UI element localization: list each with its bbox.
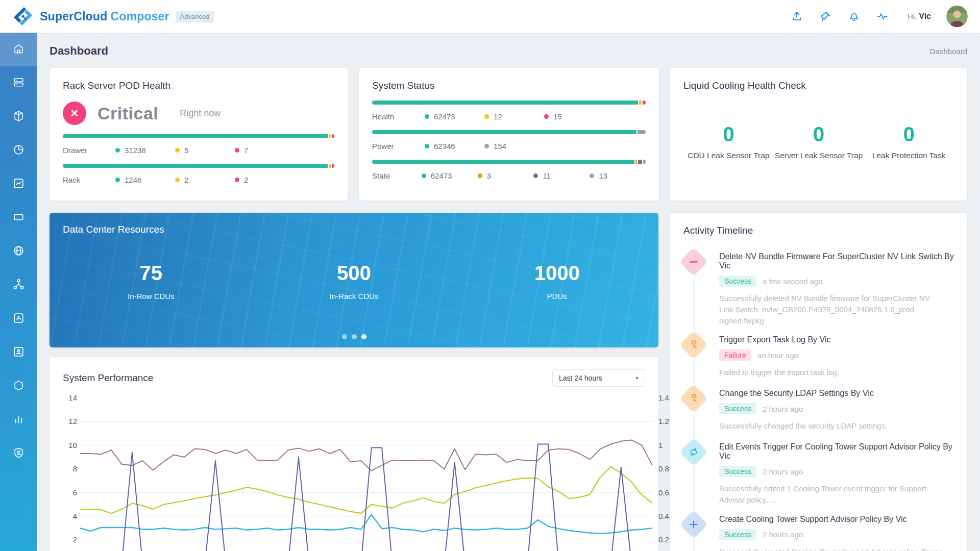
sidebar-item-servers[interactable] xyxy=(0,66,37,100)
summary-row: Rack Server POD Health ✕ Critical Right … xyxy=(50,68,967,201)
crit-count: 2 xyxy=(235,176,295,184)
event-description: Failed to trigger the export task log. xyxy=(719,367,944,378)
count: 11 xyxy=(533,171,590,180)
green-dot xyxy=(422,173,426,178)
performance-chart-svg xyxy=(80,398,652,551)
power-bar xyxy=(372,130,646,134)
yellow-dot xyxy=(175,148,180,153)
sidebar-item-chassis[interactable] xyxy=(0,100,37,134)
left-axis-tick: 10 xyxy=(68,441,77,449)
gray-dot xyxy=(590,173,594,178)
performance-title: System Performance xyxy=(63,372,153,384)
ok-count: 31238 xyxy=(115,146,175,155)
pod-health-title: Rack Server POD Health xyxy=(63,80,334,91)
top-header: SuperCloudComposer Advanced Hi,Vic xyxy=(0,0,980,33)
event-time: a few second ago xyxy=(763,277,823,286)
lower-row: Data Center Resources 75 In-Row CDUs 500… xyxy=(50,213,967,551)
sidebar-item-monitoring[interactable] xyxy=(0,167,37,201)
brand-name: SuperCloudComposer xyxy=(40,10,169,23)
brand: SuperCloudComposer Advanced xyxy=(12,6,214,27)
event-description: Successfully deleted NV Bundle firmware … xyxy=(719,293,944,326)
announce-icon[interactable] xyxy=(819,10,832,23)
performance-chart: 1412108642 1.41.210.80.60.40.2 xyxy=(63,398,645,551)
right-axis-labels: 1.41.210.80.60.40.2 xyxy=(652,398,673,551)
system-status-card: System Status Health 62473 12 15 Power 6… xyxy=(359,68,659,201)
right-axis-tick: 1.4 xyxy=(658,393,669,402)
system-status-title: System Status xyxy=(372,80,646,91)
range-value: Last 24 hours xyxy=(559,374,602,382)
carousel-dot-2[interactable] xyxy=(352,334,357,339)
count: 15 xyxy=(544,112,604,121)
left-axis-tick: 12 xyxy=(68,417,77,425)
status-word: Critical xyxy=(97,104,158,123)
stat-label: Server Leak Sensor Trap xyxy=(774,151,864,160)
sidebar-item-admin[interactable] xyxy=(0,437,37,470)
time-range-select[interactable]: Last 24 hours ▾ xyxy=(552,369,645,387)
state-row: State 62473 3 11 13 xyxy=(372,171,646,180)
count: 62473 xyxy=(422,171,478,180)
plus-icon xyxy=(679,510,708,539)
green-dot xyxy=(115,148,120,153)
leak-protection-stat: 0 Leak Protection Task xyxy=(864,123,954,160)
inrack-cdu-stat: 500 In-Rack CDUs xyxy=(253,262,456,300)
drawer-row: Drawer 31238 5 7 xyxy=(63,146,334,155)
carousel-dot-1[interactable] xyxy=(342,334,347,339)
avatar[interactable] xyxy=(946,6,968,27)
rack-health-bar xyxy=(63,164,334,168)
breadcrumb[interactable]: Dashboard xyxy=(930,47,967,56)
sidebar-item-topology[interactable] xyxy=(0,268,37,302)
resources-stats: 75 In-Row CDUs 500 In-Rack CDUs 1000 PDU… xyxy=(50,262,658,300)
row-label: Power xyxy=(372,142,425,151)
green-dot xyxy=(425,144,429,148)
count: 13 xyxy=(590,171,646,180)
sidebar-item-firmware[interactable] xyxy=(0,369,37,403)
status-badge: Success xyxy=(719,276,756,287)
inrow-cdu-stat: 75 In-Row CDUs xyxy=(50,262,253,300)
liquid-cooling-title: Liquid Cooling Health Check xyxy=(683,80,954,91)
left-axis-tick: 6 xyxy=(73,488,77,497)
event-description: Successfully created Cooling Tower Suppo… xyxy=(719,546,944,551)
pdu-stat: 1000 PDUs xyxy=(455,262,658,300)
user-card-icon xyxy=(12,345,25,360)
supercloud-logo-icon xyxy=(12,6,34,27)
sidebar-item-analytics[interactable] xyxy=(0,403,37,437)
stat-label: Leak Protection Task xyxy=(864,151,954,160)
sidebar-item-power[interactable] xyxy=(0,302,37,336)
yellow-dot xyxy=(484,114,489,119)
resources-banner: Data Center Resources 75 In-Row CDUs 500… xyxy=(50,213,658,347)
stat-value: 0 xyxy=(864,123,954,146)
timeline-list: Delete NV Bundle Firmware For SuperClust… xyxy=(683,251,954,551)
chassis-icon xyxy=(12,110,25,124)
row-label: Drawer xyxy=(63,146,115,155)
health-row: Health 62473 12 15 xyxy=(372,112,646,121)
brand-primary: SuperCloud xyxy=(40,10,107,23)
sidebar-item-storage[interactable] xyxy=(0,201,37,235)
count: 3 xyxy=(478,171,534,180)
sidebar-item-capacity[interactable] xyxy=(0,134,37,167)
green-dot xyxy=(115,178,120,182)
carousel-dots xyxy=(50,334,658,339)
liquid-cooling-card: Liquid Cooling Health Check 0 CDU Leak S… xyxy=(670,68,967,201)
bell-icon[interactable] xyxy=(847,10,861,23)
event-time: 2 hours ago xyxy=(763,467,803,476)
carousel-dot-3[interactable] xyxy=(361,334,366,339)
minus-icon xyxy=(679,247,708,277)
upload-icon[interactable] xyxy=(790,10,803,23)
green-dot xyxy=(425,114,429,119)
sidebar-item-home[interactable] xyxy=(0,33,37,66)
red-dot xyxy=(235,178,239,182)
status-badge: Failure xyxy=(719,349,751,361)
sidebar-item-network[interactable] xyxy=(0,235,37,268)
pulse-icon[interactable] xyxy=(876,10,889,23)
event-description: Successfully changed the security LDAP s… xyxy=(719,420,944,432)
cyan-series xyxy=(80,515,652,534)
left-axis-tick: 4 xyxy=(73,512,77,520)
sidebar-item-users[interactable] xyxy=(0,336,37,369)
event-description: Successfully edited 1 Cooling Tower even… xyxy=(719,483,944,506)
status-time: Right now xyxy=(180,108,220,119)
red-dot xyxy=(544,114,549,119)
right-axis-tick: 0.4 xyxy=(658,512,669,520)
resources-title: Data Center Resources xyxy=(63,224,164,235)
count: 62473 xyxy=(425,112,484,121)
left-axis-tick: 14 xyxy=(68,393,77,402)
